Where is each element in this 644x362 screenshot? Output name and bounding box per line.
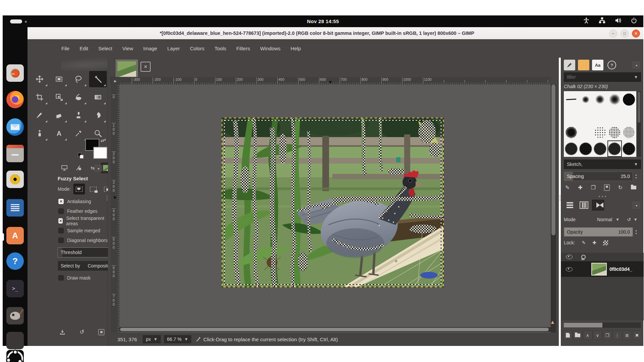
tool-free-select[interactable] [70, 71, 87, 87]
checkbox-row[interactable]: ✕ Antialiasing [58, 198, 108, 204]
canvas-navigation-icon[interactable]: ▲ [550, 319, 555, 325]
brush-thumbnail[interactable] [564, 108, 578, 124]
dock-item-ubuntu-desktop[interactable] [6, 350, 24, 362]
new-layer-button[interactable] [563, 330, 573, 340]
blend-space-switch-icon[interactable]: ↺ [627, 217, 631, 222]
tool-rectangle-select[interactable] [50, 71, 68, 87]
brushes-collapse-icon[interactable]: ◂ [633, 62, 640, 68]
layer-row[interactable]: 0f0c03d4_ [561, 261, 644, 277]
tool-smudge[interactable] [89, 107, 107, 123]
close-button[interactable]: ✕ [632, 29, 640, 38]
checkbox-row[interactable]: Sample merged [58, 228, 108, 234]
draw-mask-row[interactable]: Draw mask [58, 275, 91, 281]
checkbox[interactable] [58, 208, 64, 214]
accessibility-icon[interactable] [583, 17, 590, 24]
default-colors-icon[interactable] [78, 153, 83, 158]
new-brush-icon[interactable]: ✚ [578, 184, 582, 191]
brush-thumbnail[interactable] [622, 91, 636, 108]
tool-fuzzy-select[interactable] [89, 71, 107, 87]
tool-eraser[interactable] [50, 107, 68, 123]
window-titlebar[interactable]: *[0f0c03d4_delaware_blue_hen-524-778673]… [28, 27, 643, 40]
brush-thumbnail[interactable] [578, 91, 593, 108]
volume-icon[interactable] [614, 17, 622, 24]
hscroll-thumb[interactable] [120, 328, 549, 331]
delete-options-icon[interactable]: ✖ [98, 329, 104, 335]
brush-thumbnail[interactable] [607, 140, 622, 157]
menu-item[interactable]: Layer [164, 44, 184, 53]
minimize-button[interactable]: – [609, 29, 617, 38]
chevron-down-icon[interactable]: ▼ [634, 217, 638, 222]
tool-text[interactable]: A [50, 125, 68, 141]
image-tab-thumbnail[interactable] [116, 60, 138, 78]
menu-item[interactable]: Filters [233, 44, 254, 53]
dock-item-ubuntu-software[interactable]: A [6, 227, 24, 244]
draw-mask-checkbox[interactable] [58, 275, 64, 281]
save-options-icon[interactable] [59, 329, 65, 335]
lock-position-icon[interactable]: ✚ [592, 240, 596, 245]
tool-ink[interactable] [31, 125, 48, 141]
brush-thumbnail[interactable] [576, 122, 595, 142]
delete-brush-icon[interactable]: ✖ [604, 184, 610, 191]
spacing-slider[interactable]: Spacing 25.0 [564, 172, 633, 181]
layers-collapse-icon[interactable]: ◂ [633, 202, 640, 208]
power-icon[interactable] [631, 17, 637, 24]
dock-item-rhythmbox[interactable] [6, 171, 24, 188]
merge-layer-button[interactable]: ≣ [623, 330, 632, 340]
lower-layer-button[interactable]: ∨ [593, 330, 602, 340]
tool-clone[interactable] [70, 107, 87, 123]
tab-device-status[interactable]: i [72, 163, 85, 173]
zoom-dropdown[interactable]: 66.7 % ▼ [164, 335, 191, 343]
menu-item[interactable]: Windows [256, 44, 284, 53]
lock-pixels-icon[interactable]: ✎ [582, 240, 586, 245]
tab-paths[interactable] [592, 200, 604, 210]
raise-layer-button[interactable]: ∧ [583, 330, 592, 340]
duplicate-layer-button[interactable]: ❐ [603, 330, 612, 340]
layer-name[interactable]: 0f0c03d4_ [609, 266, 632, 272]
vertical-ruler[interactable]: 0100200300400500600700 [111, 84, 120, 333]
vertical-scrollbar[interactable] [551, 84, 556, 333]
brush-thumbnail[interactable] [578, 140, 593, 157]
menu-item[interactable]: Colors [186, 44, 208, 53]
brush-thumbnail[interactable] [622, 140, 636, 157]
open-brush-icon[interactable] [631, 186, 636, 189]
brush-thumbnail[interactable] [564, 140, 578, 157]
tab-brushes[interactable] [564, 60, 575, 70]
brush-thumbnail[interactable] [593, 91, 607, 108]
dock-item-files[interactable] [6, 145, 24, 162]
horizontal-scrollbar[interactable] [119, 327, 551, 332]
tool-paintbrush[interactable] [31, 107, 48, 123]
dock-item-gimp[interactable] [6, 307, 24, 324]
brush-tag-dropdown[interactable]: Sketch, ▼ [564, 160, 641, 169]
tab-help[interactable]: ? [606, 60, 618, 70]
anchor-layer-button[interactable]: ⋮ [612, 330, 622, 340]
network-icon[interactable] [598, 17, 606, 24]
brush-thumbnail[interactable] [622, 124, 636, 140]
swap-colors-icon[interactable]: ⇄ [101, 138, 104, 143]
duplicate-brush-icon[interactable]: ❐ [591, 184, 596, 191]
vscroll-thumb[interactable] [551, 84, 555, 235]
brush-thumbnail[interactable] [564, 124, 578, 140]
layer-visibility-icon[interactable] [566, 267, 573, 272]
brush-thumbnail[interactable] [622, 108, 636, 124]
brush-thumbnail[interactable] [564, 91, 578, 108]
checkbox[interactable] [58, 228, 64, 233]
dock-item-utility[interactable] [6, 332, 24, 349]
menu-item[interactable]: Edit [76, 44, 92, 53]
brush-thumbnail[interactable] [578, 108, 593, 124]
tool-bucket-fill[interactable] [70, 89, 87, 105]
refresh-brushes-icon[interactable]: ↻ [618, 184, 623, 191]
dock-item-help[interactable]: ? [6, 252, 24, 270]
canvas-viewport[interactable] [119, 84, 551, 333]
menu-item[interactable]: View [119, 44, 137, 53]
menu-item[interactable]: File [58, 44, 73, 53]
dock-item-firefox[interactable] [6, 91, 24, 108]
checkbox[interactable]: ✕ [58, 199, 64, 204]
menu-item[interactable]: Help [287, 44, 305, 53]
brush-thumbnail[interactable] [607, 108, 622, 124]
checkbox[interactable]: ✕ [58, 218, 63, 224]
horizontal-ruler[interactable]: -300-200-1000100200300400500600700800900… [119, 77, 551, 85]
tool-move[interactable] [31, 71, 48, 87]
checkbox-row[interactable]: ✕ Select transparent areas [58, 218, 108, 224]
link-column-icon[interactable] [581, 255, 586, 259]
tab-patterns[interactable] [578, 60, 589, 70]
